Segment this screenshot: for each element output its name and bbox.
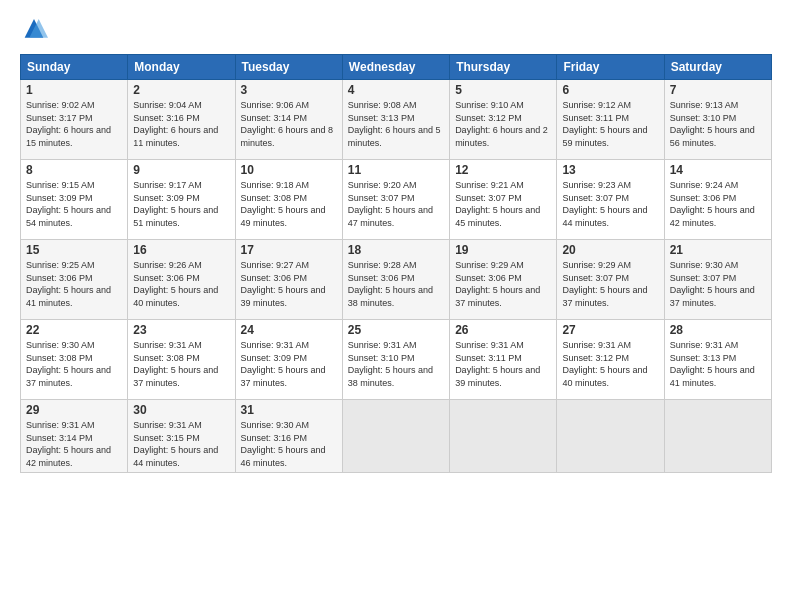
day-info: Sunrise: 9:31 AM Sunset: 3:08 PM Dayligh…	[133, 339, 229, 389]
day-info: Sunrise: 9:21 AM Sunset: 3:07 PM Dayligh…	[455, 179, 551, 229]
day-info: Sunrise: 9:30 AM Sunset: 3:07 PM Dayligh…	[670, 259, 766, 309]
day-number: 1	[26, 83, 122, 97]
day-info: Sunrise: 9:29 AM Sunset: 3:07 PM Dayligh…	[562, 259, 658, 309]
day-info: Sunrise: 9:26 AM Sunset: 3:06 PM Dayligh…	[133, 259, 229, 309]
day-info: Sunrise: 9:17 AM Sunset: 3:09 PM Dayligh…	[133, 179, 229, 229]
calendar-cell: 20 Sunrise: 9:29 AM Sunset: 3:07 PM Dayl…	[557, 240, 664, 320]
calendar-cell: 26 Sunrise: 9:31 AM Sunset: 3:11 PM Dayl…	[450, 320, 557, 400]
day-number: 24	[241, 323, 337, 337]
day-number: 25	[348, 323, 444, 337]
col-header-monday: Monday	[128, 55, 235, 80]
calendar-cell: 28 Sunrise: 9:31 AM Sunset: 3:13 PM Dayl…	[664, 320, 771, 400]
day-info: Sunrise: 9:31 AM Sunset: 3:11 PM Dayligh…	[455, 339, 551, 389]
day-number: 15	[26, 243, 122, 257]
day-info: Sunrise: 9:13 AM Sunset: 3:10 PM Dayligh…	[670, 99, 766, 149]
col-header-friday: Friday	[557, 55, 664, 80]
calendar-cell	[664, 400, 771, 473]
day-number: 23	[133, 323, 229, 337]
calendar-cell: 31 Sunrise: 9:30 AM Sunset: 3:16 PM Dayl…	[235, 400, 342, 473]
day-number: 14	[670, 163, 766, 177]
day-info: Sunrise: 9:31 AM Sunset: 3:12 PM Dayligh…	[562, 339, 658, 389]
calendar-cell: 3 Sunrise: 9:06 AM Sunset: 3:14 PM Dayli…	[235, 80, 342, 160]
calendar-cell: 10 Sunrise: 9:18 AM Sunset: 3:08 PM Dayl…	[235, 160, 342, 240]
day-number: 18	[348, 243, 444, 257]
day-number: 29	[26, 403, 122, 417]
day-number: 12	[455, 163, 551, 177]
day-info: Sunrise: 9:31 AM Sunset: 3:13 PM Dayligh…	[670, 339, 766, 389]
calendar-cell: 22 Sunrise: 9:30 AM Sunset: 3:08 PM Dayl…	[21, 320, 128, 400]
day-number: 19	[455, 243, 551, 257]
calendar-cell: 5 Sunrise: 9:10 AM Sunset: 3:12 PM Dayli…	[450, 80, 557, 160]
calendar-cell: 1 Sunrise: 9:02 AM Sunset: 3:17 PM Dayli…	[21, 80, 128, 160]
calendar-cell: 19 Sunrise: 9:29 AM Sunset: 3:06 PM Dayl…	[450, 240, 557, 320]
day-info: Sunrise: 9:04 AM Sunset: 3:16 PM Dayligh…	[133, 99, 229, 149]
day-info: Sunrise: 9:30 AM Sunset: 3:08 PM Dayligh…	[26, 339, 122, 389]
calendar-cell: 13 Sunrise: 9:23 AM Sunset: 3:07 PM Dayl…	[557, 160, 664, 240]
day-number: 7	[670, 83, 766, 97]
logo	[20, 16, 52, 44]
day-info: Sunrise: 9:06 AM Sunset: 3:14 PM Dayligh…	[241, 99, 337, 149]
day-number: 17	[241, 243, 337, 257]
day-number: 4	[348, 83, 444, 97]
day-number: 16	[133, 243, 229, 257]
calendar-cell: 30 Sunrise: 9:31 AM Sunset: 3:15 PM Dayl…	[128, 400, 235, 473]
day-info: Sunrise: 9:29 AM Sunset: 3:06 PM Dayligh…	[455, 259, 551, 309]
calendar-cell: 27 Sunrise: 9:31 AM Sunset: 3:12 PM Dayl…	[557, 320, 664, 400]
day-info: Sunrise: 9:24 AM Sunset: 3:06 PM Dayligh…	[670, 179, 766, 229]
calendar-cell: 12 Sunrise: 9:21 AM Sunset: 3:07 PM Dayl…	[450, 160, 557, 240]
day-info: Sunrise: 9:27 AM Sunset: 3:06 PM Dayligh…	[241, 259, 337, 309]
col-header-tuesday: Tuesday	[235, 55, 342, 80]
calendar-cell	[557, 400, 664, 473]
day-info: Sunrise: 9:10 AM Sunset: 3:12 PM Dayligh…	[455, 99, 551, 149]
day-number: 31	[241, 403, 337, 417]
day-number: 30	[133, 403, 229, 417]
day-number: 27	[562, 323, 658, 337]
calendar-cell: 21 Sunrise: 9:30 AM Sunset: 3:07 PM Dayl…	[664, 240, 771, 320]
day-number: 2	[133, 83, 229, 97]
calendar-cell	[450, 400, 557, 473]
calendar-cell: 14 Sunrise: 9:24 AM Sunset: 3:06 PM Dayl…	[664, 160, 771, 240]
col-header-sunday: Sunday	[21, 55, 128, 80]
day-info: Sunrise: 9:12 AM Sunset: 3:11 PM Dayligh…	[562, 99, 658, 149]
day-info: Sunrise: 9:30 AM Sunset: 3:16 PM Dayligh…	[241, 419, 337, 469]
day-info: Sunrise: 9:23 AM Sunset: 3:07 PM Dayligh…	[562, 179, 658, 229]
day-info: Sunrise: 9:28 AM Sunset: 3:06 PM Dayligh…	[348, 259, 444, 309]
day-number: 5	[455, 83, 551, 97]
calendar-cell: 16 Sunrise: 9:26 AM Sunset: 3:06 PM Dayl…	[128, 240, 235, 320]
day-number: 6	[562, 83, 658, 97]
calendar-cell: 23 Sunrise: 9:31 AM Sunset: 3:08 PM Dayl…	[128, 320, 235, 400]
day-number: 9	[133, 163, 229, 177]
day-number: 10	[241, 163, 337, 177]
day-info: Sunrise: 9:15 AM Sunset: 3:09 PM Dayligh…	[26, 179, 122, 229]
day-info: Sunrise: 9:02 AM Sunset: 3:17 PM Dayligh…	[26, 99, 122, 149]
day-number: 22	[26, 323, 122, 337]
calendar-cell: 18 Sunrise: 9:28 AM Sunset: 3:06 PM Dayl…	[342, 240, 449, 320]
day-number: 11	[348, 163, 444, 177]
day-info: Sunrise: 9:08 AM Sunset: 3:13 PM Dayligh…	[348, 99, 444, 149]
calendar-cell: 6 Sunrise: 9:12 AM Sunset: 3:11 PM Dayli…	[557, 80, 664, 160]
calendar-cell: 7 Sunrise: 9:13 AM Sunset: 3:10 PM Dayli…	[664, 80, 771, 160]
day-number: 21	[670, 243, 766, 257]
day-number: 3	[241, 83, 337, 97]
day-number: 28	[670, 323, 766, 337]
day-number: 13	[562, 163, 658, 177]
day-info: Sunrise: 9:31 AM Sunset: 3:09 PM Dayligh…	[241, 339, 337, 389]
calendar-cell: 9 Sunrise: 9:17 AM Sunset: 3:09 PM Dayli…	[128, 160, 235, 240]
calendar-cell: 24 Sunrise: 9:31 AM Sunset: 3:09 PM Dayl…	[235, 320, 342, 400]
calendar-cell: 4 Sunrise: 9:08 AM Sunset: 3:13 PM Dayli…	[342, 80, 449, 160]
calendar-cell: 15 Sunrise: 9:25 AM Sunset: 3:06 PM Dayl…	[21, 240, 128, 320]
col-header-wednesday: Wednesday	[342, 55, 449, 80]
calendar-cell: 8 Sunrise: 9:15 AM Sunset: 3:09 PM Dayli…	[21, 160, 128, 240]
day-info: Sunrise: 9:31 AM Sunset: 3:10 PM Dayligh…	[348, 339, 444, 389]
calendar-cell: 11 Sunrise: 9:20 AM Sunset: 3:07 PM Dayl…	[342, 160, 449, 240]
day-number: 26	[455, 323, 551, 337]
calendar-cell: 17 Sunrise: 9:27 AM Sunset: 3:06 PM Dayl…	[235, 240, 342, 320]
logo-icon	[20, 16, 48, 44]
calendar-cell: 25 Sunrise: 9:31 AM Sunset: 3:10 PM Dayl…	[342, 320, 449, 400]
calendar-cell: 29 Sunrise: 9:31 AM Sunset: 3:14 PM Dayl…	[21, 400, 128, 473]
day-info: Sunrise: 9:20 AM Sunset: 3:07 PM Dayligh…	[348, 179, 444, 229]
calendar-table: SundayMondayTuesdayWednesdayThursdayFrid…	[20, 54, 772, 473]
col-header-thursday: Thursday	[450, 55, 557, 80]
day-info: Sunrise: 9:18 AM Sunset: 3:08 PM Dayligh…	[241, 179, 337, 229]
day-info: Sunrise: 9:31 AM Sunset: 3:15 PM Dayligh…	[133, 419, 229, 469]
